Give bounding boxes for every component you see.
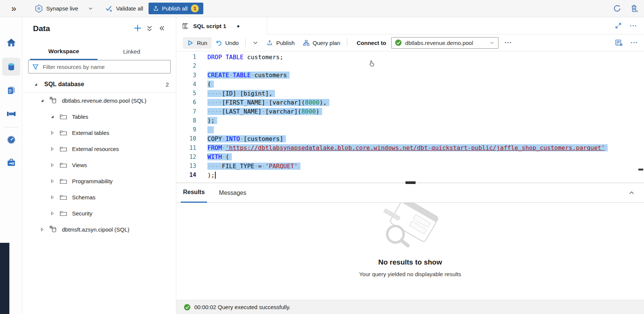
- publish-all-button[interactable]: Publish all 1: [149, 3, 203, 14]
- sql-pool-icon: [50, 226, 57, 233]
- play-icon: [187, 40, 194, 46]
- publish-label: Publish: [276, 40, 294, 46]
- line-number: 14: [176, 172, 207, 178]
- code-line[interactable]: 5····[ID]·[bigint],: [176, 89, 644, 98]
- line-number: 6: [176, 99, 207, 106]
- tab-messages[interactable]: Messages: [217, 183, 249, 203]
- toolbar-more-icon[interactable]: ···: [504, 39, 512, 46]
- tree-item-count: 2: [166, 81, 169, 88]
- discard-trash-icon[interactable]: [631, 4, 638, 12]
- code-line[interactable]: 13····FILE_TYPE·=·'PARQUET': [176, 161, 644, 170]
- code-line[interactable]: 7····[LAST_NAME]·[varchar](8000): [176, 107, 644, 116]
- code-line[interactable]: 4(: [176, 80, 644, 89]
- tree-item[interactable]: Security: [23, 205, 176, 221]
- tree-item-label: External tables: [72, 130, 109, 136]
- code-line[interactable]: 1DROP TABLE customers;: [176, 52, 644, 61]
- environment-chevron-down-icon[interactable]: [88, 6, 93, 11]
- tab-results[interactable]: Results: [181, 183, 207, 203]
- panel-title: Data: [33, 24, 50, 33]
- rail-item-home[interactable]: [6, 38, 16, 48]
- tab-more-icon[interactable]: ···: [630, 22, 637, 30]
- tree-item-label: Programmability: [72, 178, 113, 184]
- query-plan-button[interactable]: Query plan: [299, 37, 344, 49]
- code-line[interactable]: 2: [176, 61, 644, 70]
- code-line[interactable]: 12WITH·(: [176, 153, 644, 161]
- collapsed-arrow-icon: [50, 163, 55, 167]
- editor-toolbar: Run Undo Publish Query plan Connect to: [176, 34, 644, 51]
- toolbox-icon: [6, 158, 16, 167]
- tree-item[interactable]: Programmability: [23, 173, 176, 189]
- line-number: 11: [176, 145, 207, 151]
- toolbar-divider: [245, 39, 246, 47]
- tree-item-label: Security: [72, 210, 92, 217]
- line-number: 1: [176, 54, 207, 60]
- expand-editor-icon[interactable]: [615, 22, 621, 29]
- rail-item-integrate[interactable]: [6, 109, 16, 119]
- rail-item-data[interactable]: [6, 62, 16, 72]
- tree-item-label: dbtlabs.revenue.demo.pool (SQL): [62, 97, 146, 104]
- add-resource-icon[interactable]: [134, 24, 142, 32]
- collapse-all-icon[interactable]: [146, 25, 153, 32]
- run-button[interactable]: Run: [183, 37, 212, 49]
- rail-item-manage[interactable]: [6, 158, 16, 167]
- properties-icon[interactable]: [615, 39, 623, 46]
- code-line[interactable]: 11FROM·'https://dbtlabsynapsedatalake.bl…: [176, 144, 644, 153]
- toolbar-overflow-icon[interactable]: ···: [630, 39, 638, 46]
- synapse-live-icon: [35, 4, 43, 13]
- tree-item-label: Tables: [72, 114, 88, 120]
- expand-sidebar-icon[interactable]: »: [11, 4, 16, 13]
- filter-funnel-icon: [32, 64, 39, 70]
- chevron-down-icon: [252, 40, 258, 46]
- filter-input[interactable]: [42, 63, 167, 70]
- environment-selector-label[interactable]: Synapse live: [46, 5, 78, 12]
- validate-all-button[interactable]: Validate all: [116, 5, 143, 12]
- undo-button[interactable]: Undo: [212, 37, 243, 49]
- pipeline-icon: [6, 109, 16, 119]
- script-icon: [182, 22, 189, 30]
- line-number: 13: [176, 163, 207, 169]
- tree-item[interactable]: Tables: [23, 109, 176, 125]
- line-number: 12: [176, 154, 207, 160]
- dropdown-chevron-icon: [489, 40, 495, 45]
- expanded-arrow-icon: [33, 82, 38, 87]
- publish-upload-icon: [267, 40, 273, 46]
- tree-item[interactable]: External tables: [23, 125, 176, 141]
- code-line[interactable]: 10COPY·INTO·[customers]: [176, 134, 644, 143]
- run-options-chevron[interactable]: [248, 37, 263, 48]
- results-tabs-host: ResultsMessages: [181, 183, 249, 203]
- tree-item[interactable]: External resources: [23, 141, 176, 157]
- code-editor[interactable]: 1DROP TABLE customers;23CREATE·TABLE·cus…: [176, 51, 644, 182]
- code-line[interactable]: 6····[FIRST_NAME]·[varchar](8000),: [176, 98, 644, 107]
- tree-item[interactable]: Views: [23, 157, 176, 173]
- tree-item[interactable]: dbtmsft.azsyn.cipool (SQL): [23, 221, 176, 238]
- run-label: Run: [197, 40, 207, 46]
- query-status-bar: 00:00:02 Query executed successfully.: [176, 300, 644, 314]
- rail-item-develop[interactable]: [6, 85, 16, 95]
- tree-item-label: SQL database: [44, 81, 84, 88]
- connect-to-label: Connect to: [357, 40, 386, 46]
- code-line[interactable]: 14);: [176, 170, 644, 179]
- collapse-results-icon[interactable]: [628, 190, 644, 196]
- tree-item[interactable]: dbtlabs.revenue.demo.pool (SQL): [23, 93, 176, 109]
- connection-name: dbtlabs.revenue.demo.pool: [405, 40, 486, 46]
- rail-item-monitor[interactable]: [6, 135, 16, 145]
- tab-workspace[interactable]: Workspace: [30, 43, 98, 60]
- tab-sql-script-1[interactable]: SQL script 1 ●: [176, 17, 267, 34]
- connection-dropdown[interactable]: dbtlabs.revenue.demo.pool: [391, 37, 498, 49]
- publish-button[interactable]: Publish: [263, 37, 299, 49]
- collapsed-panel-edge: [0, 243, 9, 314]
- collapse-panel-icon[interactable]: [158, 25, 165, 31]
- filter-box: [28, 60, 171, 73]
- code-line[interactable]: 8);: [176, 116, 644, 125]
- code-line[interactable]: 9: [176, 125, 644, 134]
- tab-linked[interactable]: Linked: [113, 43, 151, 60]
- refresh-icon[interactable]: [613, 4, 621, 12]
- folder-icon: [60, 194, 67, 200]
- line-number: 2: [176, 63, 207, 69]
- tree-item[interactable]: Schemas: [23, 189, 176, 205]
- unsaved-changes-dot: ●: [237, 23, 240, 29]
- code-line[interactable]: 3CREATE·TABLE·customers: [176, 71, 644, 80]
- query-plan-label: Query plan: [313, 40, 340, 46]
- tree-item[interactable]: SQL database2: [23, 76, 176, 93]
- toolbar-divider: [347, 39, 347, 47]
